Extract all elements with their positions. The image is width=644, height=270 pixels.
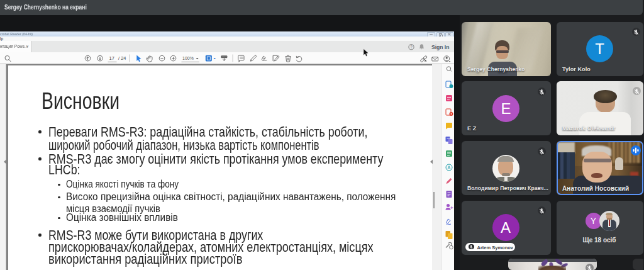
- svg-text:17: 17: [109, 55, 114, 61]
- svg-text:/ 24: / 24: [118, 55, 126, 61]
- svg-text:100%: 100%: [182, 56, 194, 60]
- svg-text:?: ?: [410, 45, 413, 49]
